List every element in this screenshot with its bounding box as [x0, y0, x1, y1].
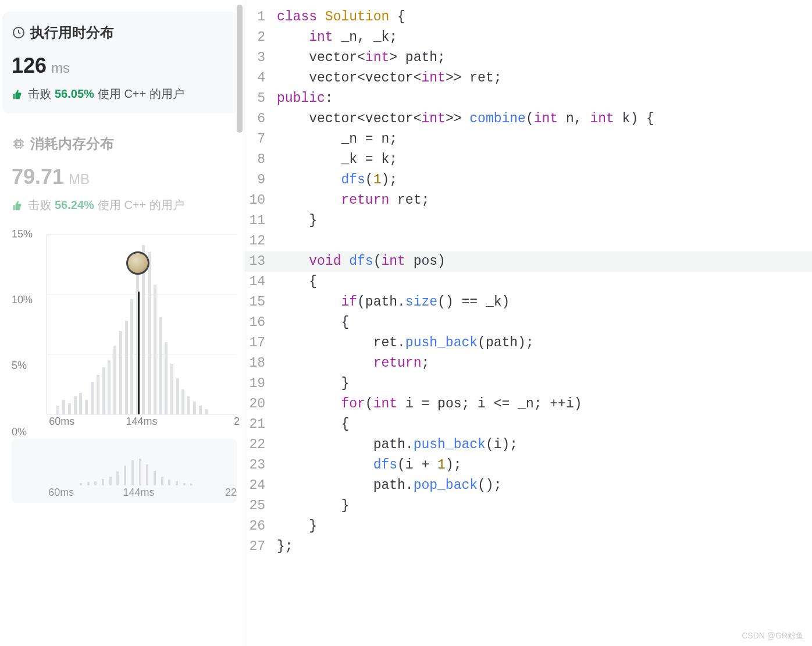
code-line[interactable]: 26 }	[244, 516, 812, 537]
mini-chart-bar[interactable]	[124, 466, 126, 485]
code-content[interactable]: _k = k;	[277, 150, 812, 170]
code-content[interactable]: };	[277, 537, 812, 557]
chart-bar[interactable]	[159, 317, 162, 414]
chart-bar[interactable]	[74, 396, 77, 414]
code-content[interactable]: {	[277, 313, 812, 333]
code-content[interactable]: int _n, _k;	[277, 27, 812, 48]
code-line[interactable]: 22 path.push_back(i);	[244, 435, 812, 455]
code-content[interactable]: }	[277, 516, 812, 537]
chart-bar[interactable]	[119, 331, 122, 414]
code-line[interactable]: 15 if(path.size() == _k)	[244, 292, 812, 313]
code-content[interactable]: }	[277, 211, 812, 231]
chart-bar[interactable]	[108, 360, 111, 414]
code-line[interactable]: 25 }	[244, 496, 812, 516]
mini-chart-bar[interactable]	[131, 460, 134, 485]
chart-bar[interactable]	[102, 367, 105, 414]
chart-bar[interactable]	[187, 396, 190, 414]
code-content[interactable]: vector<int> path;	[277, 48, 812, 68]
chart-bar[interactable]	[91, 382, 94, 414]
code-line[interactable]: 7 _n = n;	[244, 129, 812, 150]
code-content[interactable]: class Solution {	[277, 7, 812, 27]
code-content[interactable]: vector<vector<int>> ret;	[277, 68, 812, 88]
code-content[interactable]: return ret;	[277, 190, 812, 211]
code-line[interactable]: 8 _k = k;	[244, 150, 812, 170]
code-content[interactable]: {	[277, 414, 812, 435]
code-line[interactable]: 9 dfs(1);	[244, 170, 812, 190]
code-line[interactable]: 14 {	[244, 272, 812, 292]
code-line[interactable]: 20 for(int i = pos; i <= _n; ++i)	[244, 394, 812, 414]
chart-bar[interactable]	[125, 321, 128, 414]
code-content[interactable]: path.push_back(i);	[277, 435, 812, 455]
mini-chart-bar[interactable]	[190, 484, 193, 485]
distribution-chart[interactable]: 15%10%5%0% 60ms144ms2	[12, 234, 237, 432]
chart-bar[interactable]	[56, 406, 59, 415]
chart-bar[interactable]	[181, 389, 184, 414]
runtime-section[interactable]: 执行用时分布 126 ms 击败 56.05% 使用 C++ 的用户	[2, 12, 239, 113]
mini-chart-bar[interactable]	[139, 459, 141, 485]
code-content[interactable]: ret.push_back(path);	[277, 333, 812, 353]
code-line[interactable]: 2 int _n, _k;	[244, 27, 812, 48]
chart-bar[interactable]	[97, 375, 99, 414]
code-line[interactable]: 4 vector<vector<int>> ret;	[244, 68, 812, 88]
chart-bar[interactable]	[85, 400, 88, 414]
scrollbar-thumb[interactable]	[237, 5, 243, 133]
mini-chart-bar[interactable]	[80, 483, 82, 485]
chart-bar[interactable]	[199, 406, 202, 415]
chart-bar[interactable]	[130, 299, 133, 414]
code-line[interactable]: 27};	[244, 537, 812, 557]
code-content[interactable]: }	[277, 496, 812, 516]
code-content[interactable]: dfs(i + 1);	[277, 455, 812, 475]
scrollbar[interactable]	[236, 0, 244, 646]
code-content[interactable]: vector<vector<int>> combine(int n, int k…	[277, 109, 812, 129]
mini-chart-bar[interactable]	[183, 483, 186, 485]
chart-bar[interactable]	[205, 409, 208, 414]
code-line[interactable]: 19 }	[244, 374, 812, 394]
chart-bar[interactable]	[79, 393, 82, 414]
chart-bar[interactable]	[165, 342, 168, 414]
code-line[interactable]: 21 {	[244, 414, 812, 435]
chart-bar[interactable]	[62, 400, 65, 414]
code-content[interactable]: {	[277, 272, 812, 292]
chart-bar[interactable]	[176, 378, 179, 414]
code-content[interactable]: }	[277, 374, 812, 394]
mini-chart-bar[interactable]	[161, 477, 163, 485]
code-line[interactable]: 10 return ret;	[244, 190, 812, 211]
mini-chart-bar[interactable]	[102, 479, 104, 485]
code-content[interactable]: dfs(1);	[277, 170, 812, 190]
mini-distribution-chart[interactable]: 60ms144ms22	[12, 439, 237, 503]
chart-plot[interactable]	[47, 234, 237, 414]
code-content[interactable]: void dfs(int pos)	[277, 251, 812, 272]
code-line[interactable]: 3 vector<int> path;	[244, 48, 812, 68]
chart-bar[interactable]	[154, 285, 156, 414]
code-line[interactable]: 24 path.pop_back();	[244, 475, 812, 496]
chart-bar[interactable]	[68, 403, 71, 414]
code-line[interactable]: 13 void dfs(int pos)	[244, 251, 812, 272]
memory-section[interactable]: 消耗内存分布 79.71 MB 击败 56.24% 使用 C++ 的用户	[12, 134, 237, 213]
code-content[interactable]: for(int i = pos; i <= _n; ++i)	[277, 394, 812, 414]
mini-chart-bar[interactable]	[168, 480, 170, 485]
code-line[interactable]: 17 ret.push_back(path);	[244, 333, 812, 353]
chart-bar[interactable]	[148, 252, 151, 414]
mini-chart-bar[interactable]	[87, 482, 90, 485]
chart-bar[interactable]	[170, 364, 173, 414]
code-content[interactable]	[277, 231, 812, 251]
current-marker-badge[interactable]	[126, 251, 149, 275]
code-line[interactable]: 6 vector<vector<int>> combine(int n, int…	[244, 109, 812, 129]
code-line[interactable]: 12	[244, 231, 812, 251]
mini-chart-bar[interactable]	[146, 464, 148, 485]
code-content[interactable]: if(path.size() == _k)	[277, 292, 812, 313]
mini-chart-bar[interactable]	[176, 481, 178, 485]
mini-chart-bar[interactable]	[109, 477, 112, 485]
mini-chart-bar[interactable]	[94, 481, 97, 485]
mini-chart-bar[interactable]	[154, 471, 156, 485]
code-line[interactable]: 18 return;	[244, 353, 812, 374]
code-line[interactable]: 23 dfs(i + 1);	[244, 455, 812, 475]
code-editor[interactable]: 1class Solution {2 int _n, _k;3 vector<i…	[244, 0, 812, 646]
code-content[interactable]: path.pop_back();	[277, 475, 812, 496]
code-content[interactable]: return;	[277, 353, 812, 374]
code-line[interactable]: 5public:	[244, 88, 812, 109]
mini-chart-bar[interactable]	[116, 471, 119, 485]
code-line[interactable]: 11 }	[244, 211, 812, 231]
code-line[interactable]: 1class Solution {	[244, 7, 812, 27]
chart-bar[interactable]	[193, 402, 196, 414]
